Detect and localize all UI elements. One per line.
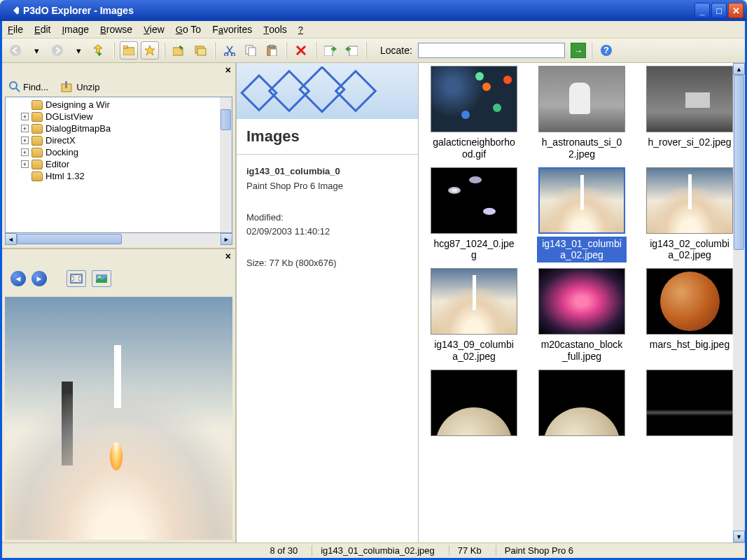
thumbnail-label: ig143_02_columbia_02.jpeg	[645, 237, 734, 263]
folder-icon	[32, 172, 43, 181]
copy-folder-button[interactable]	[191, 41, 209, 59]
thumbs-vscroll[interactable]: ▲▼	[733, 63, 745, 542]
tree-item[interactable]: +Docking	[34, 146, 232, 158]
back-dropdown[interactable]: ▾	[27, 41, 46, 59]
maximize-button[interactable]: □	[711, 3, 727, 18]
svg-point-2	[52, 45, 63, 56]
thumbnail[interactable]	[529, 370, 634, 442]
close-button[interactable]: ✕	[728, 3, 743, 18]
thumbnail[interactable]: ig143_02_columbia_02.jpeg	[637, 167, 742, 263]
locate-input[interactable]	[418, 43, 565, 58]
tree-item[interactable]: Html 1.32	[34, 170, 232, 182]
thumbnail[interactable]: hcg87_1024_0.jpeg	[421, 167, 526, 263]
search-icon	[9, 81, 20, 92]
cut-button[interactable]	[221, 41, 239, 59]
info-section-title: Images	[237, 119, 418, 155]
thumbnail[interactable]: mars_hst_big.jpeg	[637, 268, 742, 364]
favorites-button[interactable]	[141, 41, 159, 59]
svg-point-8	[225, 53, 228, 57]
menu-image[interactable]: Image	[62, 24, 89, 35]
open-button[interactable]	[170, 41, 188, 59]
svg-rect-11	[249, 48, 256, 56]
thumbnail[interactable]: galacticneighborhood.gif	[421, 66, 526, 162]
thumbnail[interactable]: h_astronauts_si_02.jpeg	[529, 66, 634, 162]
tree-item-label: Designing a Wir	[46, 99, 110, 110]
tree-item[interactable]: Designing a Wir	[34, 99, 232, 111]
thumbnail-image	[646, 66, 733, 132]
find-button[interactable]: Find...	[9, 81, 48, 92]
thumbnail[interactable]: h_rover_si_02.jpeg	[637, 66, 742, 162]
svg-point-19	[10, 82, 17, 89]
unzip-button[interactable]: Unzip	[61, 81, 99, 92]
expand-icon[interactable]: +	[21, 136, 29, 144]
export-button[interactable]	[321, 41, 340, 59]
menu-tools[interactable]: Tools	[263, 24, 287, 35]
expand-icon[interactable]: +	[21, 113, 29, 120]
thumbnail-image	[538, 370, 625, 436]
tree-item[interactable]: +DGListView	[34, 111, 232, 122]
expand-icon[interactable]: +	[21, 160, 29, 168]
expand-icon[interactable]: +	[21, 125, 29, 132]
thumbnail-image	[646, 370, 733, 436]
folder-icon	[32, 136, 43, 146]
thumbnail-image	[646, 268, 733, 335]
thumbnail[interactable]: ig143_01_columbia_02.jpeg	[529, 167, 634, 263]
fit-button[interactable]	[67, 270, 86, 287]
menu-favorites[interactable]: Favorites	[212, 24, 252, 35]
folder-tree[interactable]: Designing a Wir+DGListView+DialogBitmapB…	[5, 97, 232, 233]
forward-dropdown[interactable]: ▾	[69, 41, 88, 59]
thumbnail[interactable]	[421, 370, 526, 442]
up-button[interactable]	[90, 41, 109, 59]
help-button[interactable]: ?	[597, 41, 615, 59]
menu-help[interactable]: ?	[298, 24, 303, 35]
thumbnail[interactable]	[637, 370, 742, 442]
thumbnail-label	[687, 439, 692, 442]
prev-button[interactable]: ◄	[11, 271, 26, 286]
menu-view[interactable]: View	[144, 24, 165, 35]
thumbnail-label: h_rover_si_02.jpeg	[645, 135, 734, 150]
svg-rect-22	[65, 81, 67, 88]
status-bar: 8 of 30 ig143_01_columbia_02.jpeg 77 Kb …	[2, 542, 745, 558]
toolbar: ▾ ▾ Locate: → ?	[2, 38, 745, 63]
forward-button[interactable]	[48, 41, 67, 59]
actual-size-button[interactable]	[92, 270, 111, 287]
paste-button[interactable]	[263, 41, 281, 59]
tree-vscroll[interactable]	[220, 97, 232, 232]
status-filename: ig143_01_columbia_02.jpeg	[312, 545, 435, 556]
tree-item-label: DialogBitmapBa	[46, 123, 111, 134]
thumbnail-label: ig143_01_columbia_02.jpeg	[537, 237, 627, 263]
info-filetype: Paint Shop Pro 6 Image	[246, 179, 408, 194]
tree-item[interactable]: +DirectX	[34, 134, 232, 146]
menu-file[interactable]: File	[8, 24, 23, 35]
expand-icon[interactable]: +	[21, 148, 29, 156]
menu-goto[interactable]: Go To	[176, 24, 201, 35]
minimize-button[interactable]: _	[694, 3, 710, 18]
tree-hscroll[interactable]: ◄►	[5, 233, 232, 245]
thumbnail[interactable]: ig143_09_columbia_02.jpeg	[421, 268, 526, 364]
thumbnail[interactable]: m20castano_block_full.jpeg	[529, 268, 634, 364]
next-button[interactable]: ►	[32, 271, 47, 286]
tree-item[interactable]: +Editor	[34, 158, 232, 170]
thumbnail-image	[431, 66, 517, 132]
back-button[interactable]	[6, 41, 25, 59]
folder-button[interactable]	[120, 41, 138, 59]
menu-browse[interactable]: Browse	[100, 24, 132, 35]
tree-item-label: Docking	[46, 147, 78, 158]
tree-item-label: Editor	[46, 159, 69, 169]
import-button[interactable]	[342, 41, 361, 59]
tree-item[interactable]: +DialogBitmapBa	[34, 122, 232, 134]
svg-rect-3	[123, 48, 134, 55]
menu-edit[interactable]: Edit	[34, 24, 50, 35]
thumbnail-label: mars_hst_big.jpeg	[647, 337, 732, 352]
app-icon	[8, 5, 19, 16]
go-button[interactable]: →	[571, 43, 586, 58]
copy-button[interactable]	[242, 41, 260, 59]
tree-close-icon[interactable]: ×	[225, 64, 231, 76]
thumbnail-label: galacticneighborhood.gif	[429, 135, 519, 162]
folder-icon	[32, 124, 43, 134]
svg-rect-16	[349, 46, 358, 56]
preview-close-icon[interactable]: ×	[225, 251, 231, 262]
thumbnail-label: h_astronauts_si_02.jpeg	[537, 135, 627, 162]
title-bar: P3dO Explorer - Images _ □ ✕	[0, 0, 747, 21]
delete-button[interactable]	[292, 41, 310, 59]
